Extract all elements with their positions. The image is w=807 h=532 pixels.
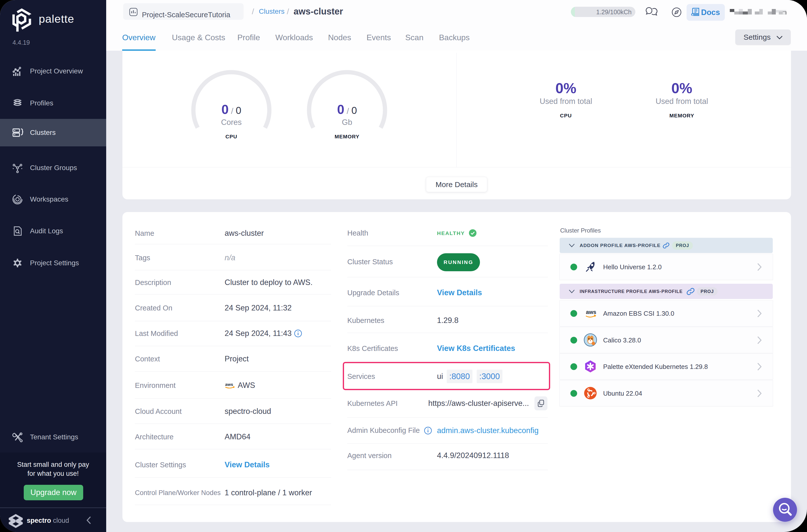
svg-text:aws: aws bbox=[586, 309, 596, 315]
svg-text:aws: aws bbox=[225, 382, 233, 387]
